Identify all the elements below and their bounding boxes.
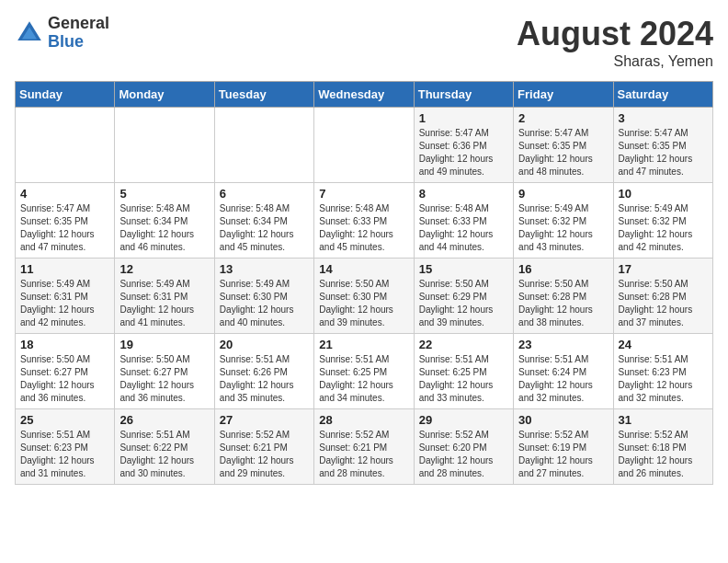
calendar-cell: 17Sunrise: 5:50 AM Sunset: 6:28 PM Dayli… [613, 259, 712, 334]
logo: General Blue [15, 15, 109, 52]
day-number: 21 [319, 338, 408, 351]
day-number: 16 [518, 262, 608, 276]
calendar-cell: 23Sunrise: 5:51 AM Sunset: 6:24 PM Dayli… [514, 334, 613, 409]
calendar-cell: 18Sunrise: 5:50 AM Sunset: 6:27 PM Dayli… [16, 334, 115, 409]
calendar-week-row: 18Sunrise: 5:50 AM Sunset: 6:27 PM Dayli… [16, 334, 713, 409]
day-number: 14 [319, 262, 408, 276]
calendar-table: SundayMondayTuesdayWednesdayThursdayFrid… [15, 81, 713, 485]
calendar-cell: 26Sunrise: 5:51 AM Sunset: 6:22 PM Dayli… [115, 409, 214, 485]
weekday-header: Monday [115, 82, 214, 108]
calendar-cell: 29Sunrise: 5:52 AM Sunset: 6:20 PM Dayli… [414, 409, 513, 485]
calendar-week-row: 25Sunrise: 5:51 AM Sunset: 6:23 PM Dayli… [16, 409, 713, 485]
day-info: Sunrise: 5:52 AM Sunset: 6:21 PM Dayligh… [319, 429, 408, 480]
day-number: 2 [518, 111, 608, 125]
day-info: Sunrise: 5:51 AM Sunset: 6:22 PM Dayligh… [119, 429, 209, 480]
weekday-header: Friday [514, 82, 613, 108]
calendar-cell: 9Sunrise: 5:49 AM Sunset: 6:32 PM Daylig… [514, 183, 613, 259]
calendar-body: 1Sunrise: 5:47 AM Sunset: 6:36 PM Daylig… [16, 108, 713, 485]
day-info: Sunrise: 5:52 AM Sunset: 6:20 PM Dayligh… [419, 429, 508, 480]
calendar-week-row: 11Sunrise: 5:49 AM Sunset: 6:31 PM Dayli… [16, 259, 713, 334]
weekday-header: Thursday [414, 82, 513, 108]
day-info: Sunrise: 5:49 AM Sunset: 6:31 PM Dayligh… [119, 278, 209, 329]
calendar-cell: 15Sunrise: 5:50 AM Sunset: 6:29 PM Dayli… [414, 259, 513, 334]
calendar-cell: 11Sunrise: 5:49 AM Sunset: 6:31 PM Dayli… [16, 259, 115, 334]
day-info: Sunrise: 5:50 AM Sunset: 6:27 PM Dayligh… [20, 353, 109, 405]
day-info: Sunrise: 5:51 AM Sunset: 6:25 PM Dayligh… [419, 353, 508, 405]
calendar-cell [115, 108, 214, 183]
calendar-week-row: 4Sunrise: 5:47 AM Sunset: 6:35 PM Daylig… [16, 183, 713, 259]
day-info: Sunrise: 5:49 AM Sunset: 6:30 PM Dayligh… [220, 278, 309, 329]
day-number: 26 [119, 413, 209, 427]
day-info: Sunrise: 5:47 AM Sunset: 6:35 PM Dayligh… [619, 127, 708, 178]
day-info: Sunrise: 5:50 AM Sunset: 6:29 PM Dayligh… [419, 278, 508, 329]
day-number: 24 [619, 338, 708, 351]
calendar-cell: 10Sunrise: 5:49 AM Sunset: 6:32 PM Dayli… [613, 183, 712, 259]
calendar-cell: 21Sunrise: 5:51 AM Sunset: 6:25 PM Dayli… [314, 334, 414, 409]
calendar-cell: 5Sunrise: 5:48 AM Sunset: 6:34 PM Daylig… [115, 183, 214, 259]
calendar-week-row: 1Sunrise: 5:47 AM Sunset: 6:36 PM Daylig… [16, 108, 713, 183]
day-info: Sunrise: 5:51 AM Sunset: 6:25 PM Dayligh… [319, 353, 408, 405]
calendar-cell [314, 108, 414, 183]
day-number: 19 [119, 338, 209, 351]
day-info: Sunrise: 5:47 AM Sunset: 6:36 PM Dayligh… [419, 127, 508, 178]
calendar-cell [214, 108, 313, 183]
day-info: Sunrise: 5:50 AM Sunset: 6:30 PM Dayligh… [319, 278, 408, 329]
day-number: 5 [119, 187, 209, 201]
calendar-cell: 24Sunrise: 5:51 AM Sunset: 6:23 PM Dayli… [613, 334, 712, 409]
calendar-cell: 6Sunrise: 5:48 AM Sunset: 6:34 PM Daylig… [214, 183, 313, 259]
day-number: 4 [20, 187, 109, 201]
calendar-cell: 7Sunrise: 5:48 AM Sunset: 6:33 PM Daylig… [314, 183, 414, 259]
weekday-row: SundayMondayTuesdayWednesdayThursdayFrid… [16, 82, 713, 108]
calendar-cell: 14Sunrise: 5:50 AM Sunset: 6:30 PM Dayli… [314, 259, 414, 334]
day-number: 29 [419, 413, 508, 427]
calendar-cell: 13Sunrise: 5:49 AM Sunset: 6:30 PM Dayli… [214, 259, 313, 334]
day-number: 27 [220, 413, 309, 427]
day-info: Sunrise: 5:48 AM Sunset: 6:34 PM Dayligh… [119, 202, 209, 254]
logo-general: General [48, 15, 109, 33]
day-info: Sunrise: 5:50 AM Sunset: 6:28 PM Dayligh… [518, 278, 608, 329]
day-number: 25 [20, 413, 109, 427]
day-info: Sunrise: 5:51 AM Sunset: 6:26 PM Dayligh… [220, 353, 309, 405]
day-number: 17 [619, 262, 708, 276]
day-number: 6 [220, 187, 309, 201]
calendar-cell: 30Sunrise: 5:52 AM Sunset: 6:19 PM Dayli… [514, 409, 613, 485]
calendar-cell: 31Sunrise: 5:52 AM Sunset: 6:18 PM Dayli… [613, 409, 712, 485]
day-number: 7 [319, 187, 408, 201]
logo-icon [15, 18, 44, 48]
calendar-cell: 25Sunrise: 5:51 AM Sunset: 6:23 PM Dayli… [16, 409, 115, 485]
weekday-header: Tuesday [214, 82, 313, 108]
day-info: Sunrise: 5:50 AM Sunset: 6:28 PM Dayligh… [619, 278, 708, 329]
logo-blue: Blue [48, 33, 109, 52]
day-number: 12 [119, 262, 209, 276]
calendar-cell: 4Sunrise: 5:47 AM Sunset: 6:35 PM Daylig… [16, 183, 115, 259]
title-section: August 2024 Sharas, Yemen [517, 15, 713, 70]
day-number: 9 [518, 187, 608, 201]
calendar-cell: 22Sunrise: 5:51 AM Sunset: 6:25 PM Dayli… [414, 334, 513, 409]
day-number: 15 [419, 262, 508, 276]
day-info: Sunrise: 5:51 AM Sunset: 6:24 PM Dayligh… [518, 353, 608, 405]
calendar-cell: 16Sunrise: 5:50 AM Sunset: 6:28 PM Dayli… [514, 259, 613, 334]
weekday-header: Saturday [613, 82, 712, 108]
calendar-cell: 12Sunrise: 5:49 AM Sunset: 6:31 PM Dayli… [115, 259, 214, 334]
day-number: 3 [619, 111, 708, 125]
location: Sharas, Yemen [517, 53, 713, 70]
calendar-cell: 19Sunrise: 5:50 AM Sunset: 6:27 PM Dayli… [115, 334, 214, 409]
day-info: Sunrise: 5:51 AM Sunset: 6:23 PM Dayligh… [20, 429, 109, 480]
day-number: 20 [220, 338, 309, 351]
day-number: 22 [419, 338, 508, 351]
calendar-header: SundayMondayTuesdayWednesdayThursdayFrid… [16, 82, 713, 108]
day-info: Sunrise: 5:52 AM Sunset: 6:18 PM Dayligh… [619, 429, 708, 480]
day-info: Sunrise: 5:52 AM Sunset: 6:19 PM Dayligh… [518, 429, 608, 480]
day-number: 18 [20, 338, 109, 351]
calendar-cell: 28Sunrise: 5:52 AM Sunset: 6:21 PM Dayli… [314, 409, 414, 485]
day-info: Sunrise: 5:47 AM Sunset: 6:35 PM Dayligh… [518, 127, 608, 178]
day-info: Sunrise: 5:51 AM Sunset: 6:23 PM Dayligh… [619, 353, 708, 405]
weekday-header: Sunday [16, 82, 115, 108]
day-info: Sunrise: 5:48 AM Sunset: 6:33 PM Dayligh… [319, 202, 408, 254]
day-info: Sunrise: 5:48 AM Sunset: 6:34 PM Dayligh… [220, 202, 309, 254]
day-info: Sunrise: 5:49 AM Sunset: 6:31 PM Dayligh… [20, 278, 109, 329]
day-info: Sunrise: 5:48 AM Sunset: 6:33 PM Dayligh… [419, 202, 508, 254]
calendar-cell: 20Sunrise: 5:51 AM Sunset: 6:26 PM Dayli… [214, 334, 313, 409]
day-number: 30 [518, 413, 608, 427]
calendar-cell [16, 108, 115, 183]
